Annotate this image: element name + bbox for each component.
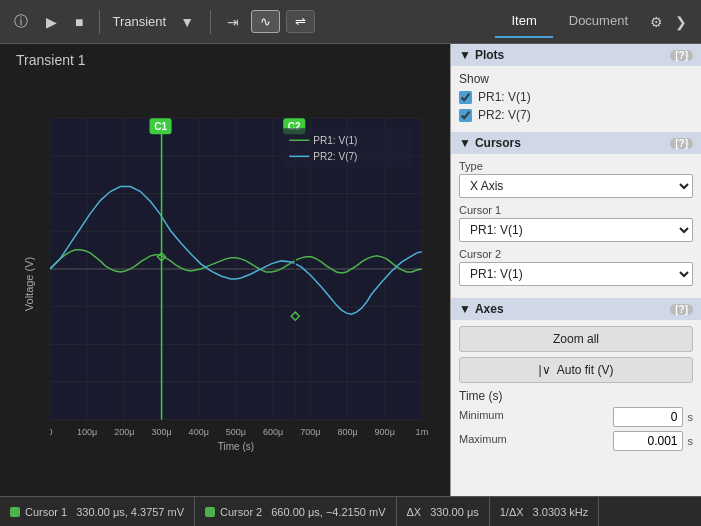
autofit-button[interactable]: |∨ Auto fit (V) bbox=[459, 357, 693, 383]
svg-text:300μ: 300μ bbox=[151, 427, 171, 437]
chart-panel: Transient 1 Voltage (V) bbox=[0, 44, 450, 496]
autofit-label: Auto fit (V) bbox=[557, 363, 614, 377]
axes-label: Axes bbox=[475, 302, 670, 316]
svg-text:600μ: 600μ bbox=[263, 427, 283, 437]
cursors-body: Type X Axis Cursor 1 PR1: V(1) Cursor 2 … bbox=[451, 154, 701, 298]
max-input[interactable]: 0.001 bbox=[613, 431, 683, 451]
wave-btn[interactable]: ∿ bbox=[251, 10, 280, 33]
svg-text:PR2: V(7): PR2: V(7) bbox=[313, 151, 357, 162]
axes-section-header[interactable]: ▼ Axes [?] bbox=[451, 298, 701, 320]
cursor1-dot bbox=[10, 507, 20, 517]
min-input[interactable]: 0 bbox=[613, 407, 683, 427]
stop-button[interactable]: ■ bbox=[69, 10, 89, 34]
plots-section-header[interactable]: ▼ Plots [?] bbox=[451, 44, 701, 66]
pr1-checkbox[interactable] bbox=[459, 91, 472, 104]
cursor2-dropdown-label: Cursor 2 bbox=[459, 248, 693, 260]
axes-collapse-arrow: ▼ bbox=[459, 302, 471, 316]
sim-dropdown[interactable]: ▼ bbox=[174, 10, 200, 34]
svg-text:700μ: 700μ bbox=[300, 427, 320, 437]
svg-text:PR1: V(1): PR1: V(1) bbox=[313, 135, 357, 146]
zoom-all-button[interactable]: Zoom all bbox=[459, 326, 693, 352]
min-unit: s bbox=[688, 411, 694, 423]
info-button[interactable]: ⓘ bbox=[8, 9, 34, 35]
max-label: Maximum bbox=[459, 433, 507, 445]
plots-help[interactable]: [?] bbox=[670, 50, 693, 61]
axes-body: Zoom all |∨ Auto fit (V) Time (s) Minimu… bbox=[451, 320, 701, 461]
sep2 bbox=[210, 10, 211, 34]
pr2-checkbox-row: PR2: V(7) bbox=[459, 108, 693, 122]
cursors-help[interactable]: [?] bbox=[670, 138, 693, 149]
max-row: Maximum 0.001 s bbox=[459, 431, 693, 451]
toolbar-right: Item Document ⚙ ❯ bbox=[495, 5, 693, 38]
cursor2-status-value: 660.00 μs, −4.2150 mV bbox=[271, 506, 385, 518]
cursor1-status-value: 330.00 μs, 4.3757 mV bbox=[76, 506, 184, 518]
chart-area[interactable]: Voltage (V) bbox=[0, 72, 450, 496]
plots-label: Plots bbox=[475, 48, 670, 62]
collapse-btn[interactable]: ❯ bbox=[669, 10, 693, 34]
svg-text:200μ: 200μ bbox=[114, 427, 134, 437]
cursor1-dropdown-label: Cursor 1 bbox=[459, 204, 693, 216]
autofit-icon: |∨ bbox=[539, 363, 551, 377]
svg-text:C1: C1 bbox=[154, 121, 167, 132]
time-label: Time (s) bbox=[459, 389, 693, 403]
svg-text:100μ: 100μ bbox=[77, 427, 97, 437]
min-label: Minimum bbox=[459, 409, 504, 421]
cursor2-status-label: Cursor 2 bbox=[220, 506, 262, 518]
chart-svg: C1 C2 PR1: V(1) PR2: V(7) 20m 15m 10m 5m… bbox=[50, 76, 442, 492]
tab-item[interactable]: Item bbox=[495, 5, 552, 38]
svg-text:800μ: 800μ bbox=[337, 427, 357, 437]
svg-text:900μ: 900μ bbox=[375, 427, 395, 437]
y-axis-label: Voltage (V) bbox=[23, 257, 35, 311]
inv-delta-x-status: 1/ΔX 3.0303 kHz bbox=[490, 497, 600, 526]
toolbar: ⓘ ▶ ■ Transient ▼ ⇥ ∿ ⇌ Item Document ⚙ … bbox=[0, 0, 701, 44]
cursor2-status: Cursor 2 660.00 μs, −4.2150 mV bbox=[195, 497, 396, 526]
cursors-section-header[interactable]: ▼ Cursors [?] bbox=[451, 132, 701, 154]
max-unit: s bbox=[688, 435, 694, 447]
delta-x-status: ΔX 330.00 μs bbox=[397, 497, 490, 526]
min-input-group: 0 s bbox=[613, 407, 694, 427]
wave2-btn[interactable]: ⇌ bbox=[286, 10, 315, 33]
time-section: Time (s) Minimum 0 s Maximum 0.001 s bbox=[459, 389, 693, 451]
delta-x-label: ΔX bbox=[407, 506, 422, 518]
cursor1-select[interactable]: PR1: V(1) bbox=[459, 218, 693, 242]
chart-title: Transient 1 bbox=[0, 44, 450, 72]
pr2-label: PR2: V(7) bbox=[478, 108, 531, 122]
status-bar: Cursor 1 330.00 μs, 4.3757 mV Cursor 2 6… bbox=[0, 496, 701, 526]
type-select[interactable]: X Axis bbox=[459, 174, 693, 198]
plots-body: Show PR1: V(1) PR2: V(7) bbox=[451, 66, 701, 132]
settings-btn[interactable]: ⚙ bbox=[644, 10, 669, 34]
tab-document[interactable]: Document bbox=[553, 5, 644, 38]
svg-text:0: 0 bbox=[50, 427, 53, 437]
cursor1-dropdown-row: Cursor 1 PR1: V(1) bbox=[459, 204, 693, 242]
cursor1-status-label: Cursor 1 bbox=[25, 506, 67, 518]
sep1 bbox=[99, 10, 100, 34]
play-button[interactable]: ▶ bbox=[40, 10, 63, 34]
pr1-label: PR1: V(1) bbox=[478, 90, 531, 104]
cursor1-status: Cursor 1 330.00 μs, 4.3757 mV bbox=[0, 497, 195, 526]
show-label: Show bbox=[459, 72, 693, 86]
cursor2-dot bbox=[205, 507, 215, 517]
inv-delta-x-value: 3.0303 kHz bbox=[533, 506, 589, 518]
main-content: Transient 1 Voltage (V) bbox=[0, 44, 701, 496]
svg-text:400μ: 400μ bbox=[189, 427, 209, 437]
min-row: Minimum 0 s bbox=[459, 407, 693, 427]
max-input-group: 0.001 s bbox=[613, 431, 694, 451]
svg-text:1m: 1m bbox=[416, 427, 429, 437]
sim-label: Transient bbox=[112, 14, 166, 29]
pr2-checkbox[interactable] bbox=[459, 109, 472, 122]
type-label: Type bbox=[459, 160, 693, 172]
cursors-collapse-arrow: ▼ bbox=[459, 136, 471, 150]
plots-collapse-arrow: ▼ bbox=[459, 48, 471, 62]
cursor2-dropdown-row: Cursor 2 PR1: V(1) bbox=[459, 248, 693, 286]
inv-delta-x-label: 1/ΔX bbox=[500, 506, 524, 518]
delta-x-value: 330.00 μs bbox=[430, 506, 479, 518]
cursor2-select[interactable]: PR1: V(1) bbox=[459, 262, 693, 286]
right-panel: ▼ Plots [?] Show PR1: V(1) PR2: V(7) ▼ C… bbox=[450, 44, 701, 496]
cursors-label: Cursors bbox=[475, 136, 670, 150]
type-dropdown-row: Type X Axis bbox=[459, 160, 693, 198]
svg-text:500μ: 500μ bbox=[226, 427, 246, 437]
axes-help[interactable]: [?] bbox=[670, 304, 693, 315]
pr1-checkbox-row: PR1: V(1) bbox=[459, 90, 693, 104]
arrow-btn[interactable]: ⇥ bbox=[221, 10, 245, 34]
svg-text:Time (s): Time (s) bbox=[218, 441, 254, 452]
